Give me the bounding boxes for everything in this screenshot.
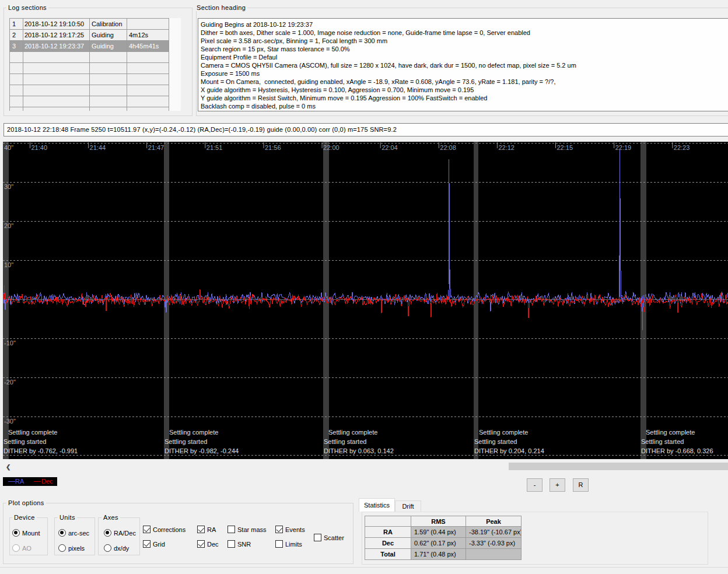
svg-text:Settling started: Settling started [641,438,684,445]
svg-text:-30": -30" [4,418,16,425]
svg-text:Settling started: Settling started [474,438,517,445]
svg-text:22:19: 22:19 [615,144,632,151]
svg-text:22:12: 22:12 [498,144,514,151]
svg-text:DITHER by -0.982, -0.244: DITHER by -0.982, -0.244 [164,447,239,454]
svg-text:22:08: 22:08 [440,144,456,151]
svg-text:Settling complete: Settling complete [646,429,695,436]
svg-text:DITHER by 0.204, 0.214: DITHER by 0.204, 0.214 [474,447,544,454]
svg-text:DITHER by -0.762, -0.991: DITHER by -0.762, -0.991 [4,447,78,454]
svg-text:22:15: 22:15 [557,144,573,151]
svg-text:DITHER by -0.668, 0.326: DITHER by -0.668, 0.326 [641,447,713,454]
svg-text:21:56: 21:56 [265,144,281,151]
svg-text:40": 40" [4,144,13,151]
svg-text:DITHER by 0.063, 0.142: DITHER by 0.063, 0.142 [324,447,394,454]
svg-text:Settling complete: Settling complete [328,429,377,436]
svg-text:22:04: 22:04 [382,144,398,151]
svg-text:Settling started: Settling started [324,438,366,445]
svg-text:22:00: 22:00 [323,144,340,151]
svg-text:Settling started: Settling started [164,438,207,445]
svg-text:-20": -20" [4,379,16,386]
svg-text:21:47: 21:47 [148,144,164,151]
svg-text:Settling started: Settling started [4,438,46,445]
svg-text:20": 20" [4,222,13,229]
svg-text:10": 10" [4,261,13,268]
svg-text:-10": -10" [4,340,16,346]
svg-text:21:44: 21:44 [90,144,106,151]
svg-text:Settling complete: Settling complete [479,429,528,436]
svg-text:Settling complete: Settling complete [169,429,218,436]
svg-text:30": 30" [4,183,13,190]
svg-text:21:51: 21:51 [206,144,223,151]
svg-text:22:23: 22:23 [674,144,690,151]
svg-text:Settling complete: Settling complete [8,429,57,436]
svg-text:21:40: 21:40 [32,144,48,151]
